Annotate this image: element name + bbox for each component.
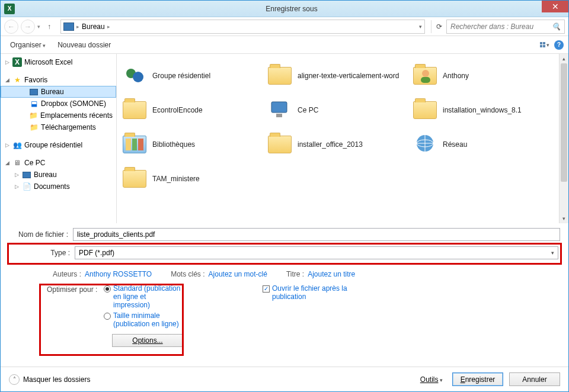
tree-item[interactable]: ▷👥Groupe résidentiel bbox=[1, 139, 116, 151]
collapse-icon[interactable]: ◢ bbox=[4, 77, 10, 83]
file-item[interactable]: Anthony bbox=[410, 59, 555, 93]
library-icon bbox=[122, 131, 148, 158]
file-item[interactable]: installation_windows_8.1 bbox=[410, 93, 555, 127]
file-item-label: EcontrolEncode bbox=[152, 106, 203, 114]
file-item[interactable]: Bibliothèques bbox=[119, 127, 264, 162]
tree-item[interactable]: 📁Emplacements récents bbox=[1, 110, 116, 121]
file-item[interactable]: EcontrolEncode bbox=[119, 93, 264, 127]
file-item[interactable]: installer_office_2013 bbox=[264, 127, 410, 162]
refresh-button[interactable]: ⟳ bbox=[431, 20, 444, 33]
tree-item-label: Bureau bbox=[41, 88, 64, 96]
expand-icon[interactable]: ▷ bbox=[4, 59, 10, 65]
organize-button[interactable]: Organiser bbox=[5, 39, 50, 51]
user-icon bbox=[412, 63, 438, 89]
expand-icon[interactable]: ▷ bbox=[4, 142, 10, 148]
pc-icon bbox=[267, 97, 293, 123]
svg-rect-4 bbox=[271, 102, 287, 113]
file-item-label: Ce PC bbox=[298, 106, 318, 114]
tree-item[interactable]: Bureau bbox=[1, 86, 116, 98]
nav-up-button[interactable]: ↑ bbox=[43, 20, 56, 33]
file-item-label: Réseau bbox=[443, 140, 467, 149]
toolbar: Organiser Nouveau dossier ▾ ? bbox=[1, 36, 568, 54]
breadcrumb-location[interactable]: Bureau bbox=[82, 23, 105, 31]
dialog-footer: ˄ Masquer les dossiers Outils Enregistre… bbox=[1, 367, 568, 391]
keywords-label: Mots clés : bbox=[171, 270, 204, 278]
tree-item[interactable]: ◢★Favoris bbox=[1, 74, 116, 86]
search-placeholder: Rechercher dans : Bureau bbox=[450, 23, 533, 31]
chevron-right-icon: ▸ bbox=[76, 24, 79, 30]
filetype-select[interactable]: PDF (*.pdf) ▾ bbox=[75, 246, 558, 259]
search-input[interactable]: Rechercher dans : Bureau 🔍 bbox=[446, 20, 565, 34]
keywords-value[interactable]: Ajoutez un mot-clé bbox=[209, 270, 267, 278]
file-item[interactable]: Ce PC bbox=[264, 93, 410, 127]
scroll-up-icon[interactable]: ▴ bbox=[560, 54, 568, 63]
svg-point-1 bbox=[133, 72, 143, 82]
collapse-icon[interactable]: ◢ bbox=[4, 160, 10, 166]
save-options-panel: Nom de fichier : Type : PDF (*.pdf) ▾ Au… bbox=[1, 223, 568, 347]
file-item[interactable]: aligner-texte-verticalement-word bbox=[264, 59, 410, 93]
file-item[interactable]: TAM_ministere bbox=[119, 162, 264, 196]
save-as-dialog: X Enregistrer sous ✕ ← → ▾ ↑ ▸ Bureau ▸ … bbox=[0, 0, 569, 392]
checkbox-icon: ✓ bbox=[263, 285, 270, 293]
file-item-label: Groupe résidentiel bbox=[152, 72, 210, 80]
vertical-scrollbar[interactable]: ▴ ▾ bbox=[559, 54, 568, 223]
save-button[interactable]: Enregistrer bbox=[452, 372, 503, 386]
tree-item-label: Documents bbox=[34, 182, 70, 191]
authors-value[interactable]: Anthony ROSSETTO bbox=[85, 270, 152, 278]
optimize-label: Optimiser pour : bbox=[47, 284, 104, 347]
metadata-row: Auteurs :Anthony ROSSETTO Mots clés :Ajo… bbox=[9, 266, 560, 284]
close-button[interactable]: ✕ bbox=[542, 1, 568, 12]
tree-item[interactable]: ▷📄Documents bbox=[1, 181, 116, 192]
hide-folders-button[interactable]: ˄ Masquer les dossiers bbox=[9, 374, 90, 385]
tree-item[interactable]: ▷Bureau bbox=[1, 169, 116, 181]
filename-input[interactable] bbox=[73, 228, 560, 241]
tree-item-label: Emplacements récents bbox=[40, 111, 113, 120]
scroll-down-icon[interactable]: ▾ bbox=[560, 214, 568, 223]
folder-icon bbox=[267, 63, 293, 89]
file-item[interactable]: Groupe résidentiel bbox=[119, 59, 264, 93]
tree-item-label: Favoris bbox=[24, 76, 47, 84]
view-options-button[interactable]: ▾ bbox=[540, 42, 549, 48]
hide-folders-label: Masquer les dossiers bbox=[23, 375, 90, 384]
svg-rect-3 bbox=[421, 77, 430, 83]
filetype-row: Type : PDF (*.pdf) ▾ bbox=[11, 246, 558, 259]
navigation-tree[interactable]: ▷XMicrosoft Excel◢★FavorisBureau⬓Dropbox… bbox=[1, 54, 117, 223]
chevron-up-icon: ˄ bbox=[9, 374, 20, 385]
address-dropdown[interactable]: ▾ bbox=[419, 24, 422, 30]
network-icon bbox=[412, 131, 438, 158]
radio-label: Taille minimale (publication en ligne) bbox=[113, 311, 182, 328]
checkbox-label: Ouvrir le fichier après la publication bbox=[272, 284, 349, 301]
file-item-label: installation_windows_8.1 bbox=[443, 106, 522, 114]
address-bar[interactable]: ▸ Bureau ▸ ▾ bbox=[60, 20, 425, 34]
optimize-standard-radio[interactable]: Standard (publication en ligne et impres… bbox=[104, 284, 182, 309]
filetype-label: Type : bbox=[11, 249, 75, 257]
title-label: Titre : bbox=[286, 270, 304, 278]
scroll-thumb[interactable] bbox=[561, 63, 567, 182]
tree-item-label: Microsoft Excel bbox=[24, 58, 72, 66]
file-list-pane[interactable]: Groupe résidentielaligner-texte-vertical… bbox=[117, 54, 568, 223]
options-button[interactable]: Options... bbox=[112, 334, 183, 347]
nav-forward-button[interactable]: → bbox=[21, 20, 35, 34]
tools-dropdown[interactable]: Outils bbox=[417, 374, 446, 385]
tree-item[interactable]: 📁Téléchargements bbox=[1, 121, 116, 133]
open-after-checkbox[interactable]: ✓ Ouvrir le fichier après la publication bbox=[263, 284, 349, 347]
filetype-highlight: Type : PDF (*.pdf) ▾ bbox=[7, 243, 562, 265]
folder-icon bbox=[412, 97, 438, 123]
radio-icon bbox=[104, 313, 111, 320]
optimize-minimal-radio[interactable]: Taille minimale (publication en ligne) bbox=[104, 311, 182, 328]
folder-icon bbox=[267, 131, 293, 158]
help-button[interactable]: ? bbox=[554, 40, 564, 50]
tree-item[interactable]: ◢🖥Ce PC bbox=[1, 157, 116, 169]
window-title: Enregistrer sous bbox=[15, 5, 568, 13]
tree-item[interactable]: ⬓Dropbox (SOMONE) bbox=[1, 98, 116, 110]
expand-icon[interactable]: ▷ bbox=[14, 184, 20, 189]
expand-icon[interactable]: ▷ bbox=[14, 172, 20, 178]
title-value[interactable]: Ajoutez un titre bbox=[308, 270, 355, 278]
file-item[interactable]: Réseau bbox=[410, 127, 555, 162]
new-folder-button[interactable]: Nouveau dossier bbox=[53, 39, 116, 51]
cancel-button[interactable]: Annuler bbox=[509, 372, 560, 386]
nav-back-button[interactable]: ← bbox=[4, 20, 18, 34]
file-item-label: installer_office_2013 bbox=[298, 140, 363, 149]
nav-history-dropdown[interactable]: ▾ bbox=[37, 24, 40, 30]
tree-item[interactable]: ▷XMicrosoft Excel bbox=[1, 56, 116, 68]
